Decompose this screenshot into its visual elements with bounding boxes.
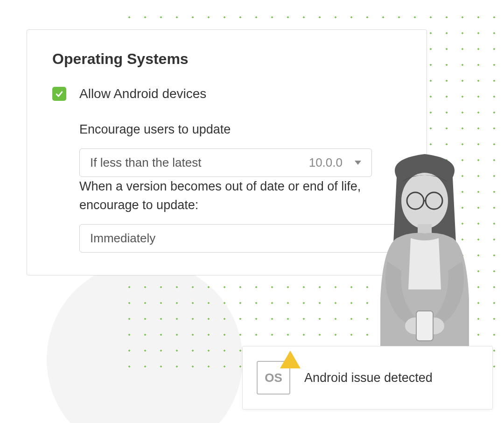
encourage-update-condition: If less than the latest [90, 155, 201, 170]
warning-icon [280, 351, 301, 368]
person-illustration [355, 149, 495, 360]
os-badge: OS [257, 361, 290, 395]
allow-android-label: Allow Android devices [79, 86, 206, 101]
allow-android-row: Allow Android devices [52, 86, 401, 101]
encourage-update-version: 10.0.0 [309, 155, 343, 170]
encourage-update-select[interactable]: If less than the latest 10.0.0 [79, 148, 372, 177]
checkmark-icon [55, 89, 64, 99]
os-badge-text: OS [265, 371, 282, 385]
out-of-date-select[interactable]: Immediately [79, 224, 401, 253]
issue-alert-card: OS Android issue detected [242, 346, 493, 409]
encourage-update-label: Encourage users to update [79, 120, 401, 139]
card-title: Operating Systems [52, 50, 401, 68]
out-of-date-label: When a version becomes out of date or en… [79, 177, 401, 215]
allow-android-checkbox[interactable] [52, 87, 66, 101]
encourage-update-version-group: 10.0.0 [309, 155, 361, 170]
svg-rect-7 [416, 311, 433, 341]
alert-message: Android issue detected [304, 371, 433, 385]
out-of-date-value: Immediately [90, 231, 155, 246]
android-sub-settings: Encourage users to update If less than t… [79, 120, 401, 253]
